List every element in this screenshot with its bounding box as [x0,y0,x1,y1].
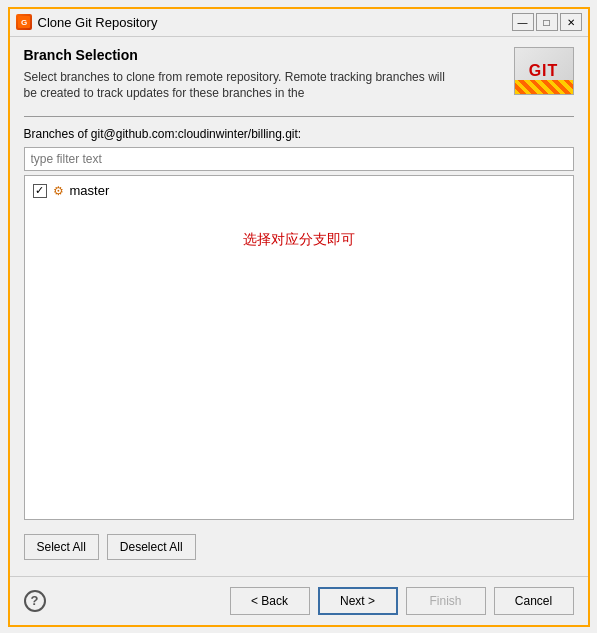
window-title: Clone Git Repository [38,15,512,30]
window-controls: — □ ✕ [512,13,582,31]
content-area: Branch Selection Select branches to clon… [10,37,588,576]
next-button[interactable]: Next > [318,587,398,615]
section-title: Branch Selection [24,47,514,63]
back-button[interactable]: < Back [230,587,310,615]
footer-buttons: < Back Next > Finish Cancel [230,587,574,615]
branch-list: ⚙ master 选择对应分支即可 [24,175,574,519]
maximize-button[interactable]: □ [536,13,558,31]
cancel-button[interactable]: Cancel [494,587,574,615]
footer: ? < Back Next > Finish Cancel [10,576,588,625]
branch-icon: ⚙ [53,184,64,198]
select-buttons-row: Select All Deselect All [24,528,574,566]
help-button[interactable]: ? [24,590,46,612]
git-logo: GIT [514,47,574,95]
minimize-button[interactable]: — [512,13,534,31]
footer-left: ? [24,590,46,612]
branch-section-label: Branches of git@github.com:cloudinwinter… [24,127,574,141]
branch-name-master: master [70,183,110,198]
close-button[interactable]: ✕ [560,13,582,31]
section-description: Select branches to clone from remote rep… [24,69,454,103]
select-all-button[interactable]: Select All [24,534,99,560]
header-section: Branch Selection Select branches to clon… [24,47,574,103]
window-icon: G [16,14,32,30]
separator [24,116,574,117]
deselect-all-button[interactable]: Deselect All [107,534,196,560]
finish-button[interactable]: Finish [406,587,486,615]
git-logo-text: GIT [529,62,559,80]
header-text: Branch Selection Select branches to clon… [24,47,514,103]
filter-input[interactable] [24,147,574,171]
annotation-text: 选择对应分支即可 [29,231,569,249]
list-item[interactable]: ⚙ master [29,180,569,201]
git-logo-stripe [515,80,573,94]
dialog-window: G Clone Git Repository — □ ✕ Branch Sele… [8,7,590,627]
svg-text:G: G [20,18,26,27]
branch-checkbox-master[interactable] [33,184,47,198]
title-bar: G Clone Git Repository — □ ✕ [10,9,588,37]
